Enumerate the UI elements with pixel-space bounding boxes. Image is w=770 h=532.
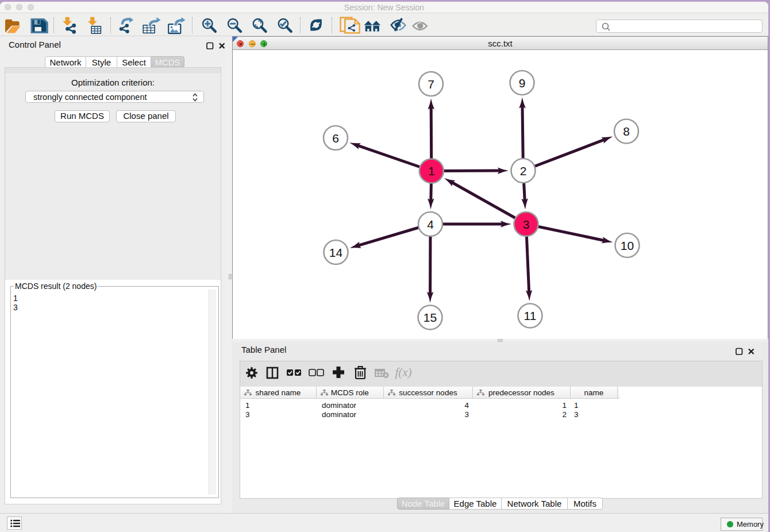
svg-text:1: 1 <box>428 164 435 178</box>
svg-text:2: 2 <box>520 164 527 178</box>
svg-text:7: 7 <box>428 78 434 91</box>
svg-text:14: 14 <box>329 246 343 259</box>
svg-text:11: 11 <box>524 309 537 322</box>
svg-text:15: 15 <box>424 311 437 324</box>
svg-text:8: 8 <box>623 125 630 138</box>
svg-text:3: 3 <box>523 218 530 231</box>
svg-text:6: 6 <box>332 132 339 145</box>
svg-text:f(x): f(x) <box>395 365 411 379</box>
svg-text:4: 4 <box>427 218 434 231</box>
svg-text:10: 10 <box>621 239 634 252</box>
svg-text:9: 9 <box>519 76 526 90</box>
